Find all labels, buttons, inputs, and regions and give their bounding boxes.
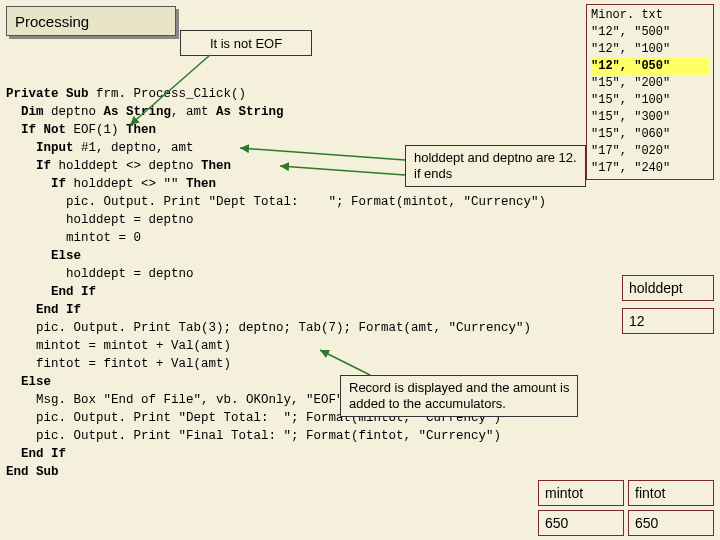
fintot-label: fintot: [635, 485, 665, 501]
fintot-value: 650: [635, 515, 658, 531]
holddept-value: 12: [629, 313, 645, 329]
annotation-record-displayed: Record is displayed and the amount is ad…: [340, 375, 578, 417]
annotation2-line2: added to the accumulators.: [349, 396, 506, 411]
title-text: Processing: [15, 13, 89, 30]
fintot-value-box: 650: [628, 510, 714, 536]
minor-file-box: Minor. txt"12", "500""12", "100""12", "0…: [586, 4, 714, 180]
annotation2-line1: Record is displayed and the amount is: [349, 380, 569, 395]
annotation-holddept-deptno: holddept and deptno are 12. if ends: [405, 145, 586, 187]
mintot-label: mintot: [545, 485, 583, 501]
holddept-label-box: holddept: [622, 275, 714, 301]
mintot-label-box: mintot: [538, 480, 624, 506]
holddept-label: holddept: [629, 280, 683, 296]
annotation1-line1: holddept and deptno are 12.: [414, 150, 577, 165]
title-box: Processing: [6, 6, 176, 36]
holddept-value-box: 12: [622, 308, 714, 334]
mintot-value: 650: [545, 515, 568, 531]
eof-text: It is not EOF: [210, 36, 282, 51]
annotation1-line2: if ends: [414, 166, 452, 181]
eof-annotation: It is not EOF: [180, 30, 312, 56]
fintot-label-box: fintot: [628, 480, 714, 506]
mintot-value-box: 650: [538, 510, 624, 536]
